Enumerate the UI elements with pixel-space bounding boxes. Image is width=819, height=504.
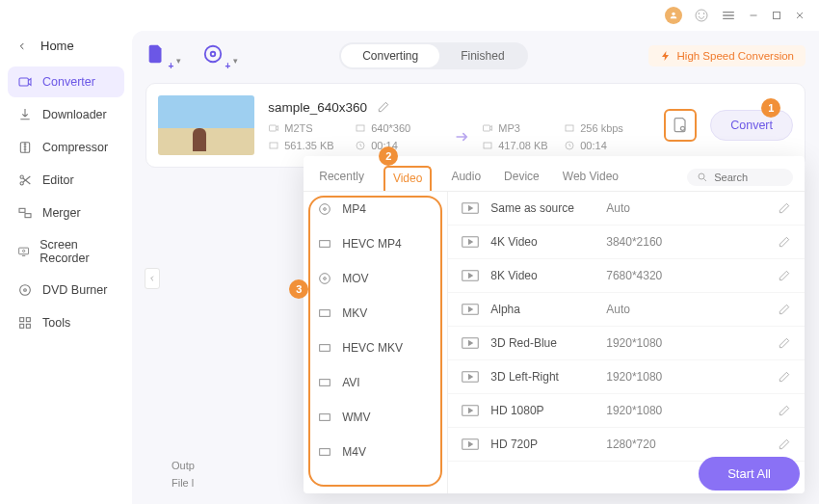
svg-rect-36 <box>320 380 330 386</box>
format-hevc-mkv[interactable]: HEVC MKV <box>304 331 447 365</box>
nav-compressor[interactable]: Compressor <box>8 132 124 163</box>
account-icon[interactable] <box>665 7 682 24</box>
edit-icon[interactable] <box>778 438 791 451</box>
nav-label: DVD Burner <box>42 283 107 297</box>
preset-list: Same as sourceAuto 4K Video3840*2160 8K … <box>448 192 805 493</box>
format-mov[interactable]: MOV <box>304 261 447 296</box>
disc-icon <box>17 282 33 298</box>
bitrate-icon <box>564 122 575 134</box>
plus-icon: + <box>168 61 173 71</box>
format-hevc-mp4[interactable]: HEVC MP4 <box>304 226 447 261</box>
nav-downloader[interactable]: Downloader <box>8 99 124 130</box>
dst-format: MP3 <box>498 122 520 134</box>
tab-video[interactable]: Video <box>383 166 432 191</box>
format-mkv[interactable]: MKV <box>304 296 447 331</box>
svg-rect-23 <box>270 143 277 148</box>
edit-icon[interactable] <box>778 201 791 215</box>
minimize-button[interactable] <box>748 10 759 21</box>
nav-editor[interactable]: Editor <box>8 165 124 196</box>
chevron-down-icon[interactable]: ▾ <box>176 56 181 66</box>
convert-button[interactable]: Convert <box>710 110 793 141</box>
svg-rect-37 <box>320 414 330 421</box>
start-all-button[interactable]: Start All <box>699 457 800 491</box>
svg-rect-16 <box>26 324 30 328</box>
svg-rect-7 <box>19 208 25 212</box>
top-toolbar: + ▾ + ▾ Converting Finished High Speed C… <box>145 42 806 69</box>
audio-icon <box>482 122 493 134</box>
tab-device[interactable]: Device <box>500 164 543 191</box>
high-speed-toggle[interactable]: High Speed Conversion <box>648 45 806 66</box>
size-icon <box>268 140 279 151</box>
nav-label: Merger <box>42 206 81 220</box>
home-label: Home <box>40 39 74 53</box>
edit-icon[interactable] <box>778 370 791 384</box>
edit-icon[interactable] <box>778 336 791 350</box>
sidebar-collapse[interactable] <box>145 268 160 289</box>
svg-rect-31 <box>320 241 330 248</box>
svg-point-28 <box>699 173 704 179</box>
clock-icon <box>355 140 366 151</box>
output-settings-button[interactable] <box>664 109 697 142</box>
nav-merger[interactable]: Merger <box>8 198 124 228</box>
preset-item[interactable]: 3D Red-Blue1920*1080 <box>448 327 805 360</box>
format-list: MP4 HEVC MP4 MOV MKV HEVC MKV AVI WMV M4… <box>304 192 448 493</box>
chevron-down-icon[interactable]: ▾ <box>233 56 238 66</box>
preset-item[interactable]: HD 1080P1920*1080 <box>448 394 805 428</box>
tab-converting[interactable]: Converting <box>341 44 439 67</box>
close-button[interactable] <box>794 10 806 21</box>
arrow-icon <box>443 127 482 146</box>
add-file-button[interactable]: + <box>145 43 171 68</box>
nav-label: Downloader <box>42 108 107 121</box>
format-mp4[interactable]: MP4 <box>304 192 447 226</box>
maximize-button[interactable] <box>771 10 782 21</box>
nav-converter[interactable]: Converter <box>8 66 124 97</box>
clock-icon <box>564 140 575 151</box>
svg-rect-2 <box>774 13 780 19</box>
nav-screen-recorder[interactable]: Screen Recorder <box>8 230 124 273</box>
svg-rect-15 <box>20 324 24 328</box>
svg-point-0 <box>672 13 674 15</box>
preset-item[interactable]: AlphaAuto <box>448 293 805 327</box>
tab-webvideo[interactable]: Web Video <box>559 164 622 191</box>
edit-icon[interactable] <box>778 269 791 282</box>
merger-icon <box>17 205 33 221</box>
tab-audio[interactable]: Audio <box>447 164 485 191</box>
sidebar: Home Converter Downloader Compressor Edi… <box>0 31 132 504</box>
svg-rect-19 <box>270 125 277 131</box>
search-input[interactable] <box>714 172 781 183</box>
file-info: sample_640x360 M2TS 640*360 MP3 256 kbps… <box>268 100 650 151</box>
svg-point-10 <box>23 250 25 252</box>
output-label: Outp <box>172 460 195 471</box>
svg-point-5 <box>20 175 23 178</box>
main-panel: + ▾ + ▾ Converting Finished High Speed C… <box>132 31 819 504</box>
support-icon[interactable] <box>694 8 709 23</box>
svg-rect-22 <box>566 125 573 131</box>
edit-icon[interactable] <box>778 235 791 249</box>
svg-rect-14 <box>26 318 30 322</box>
tab-recently[interactable]: Recently <box>315 164 368 191</box>
dst-size: 417.08 KB <box>498 140 547 151</box>
preset-item[interactable]: 4K Video3840*2160 <box>448 225 805 259</box>
file-card: sample_640x360 M2TS 640*360 MP3 256 kbps… <box>145 83 806 168</box>
format-wmv[interactable]: WMV <box>304 400 447 435</box>
nav-tools[interactable]: Tools <box>8 307 124 338</box>
status-tabs: Converting Finished <box>339 42 527 69</box>
nav-dvd-burner[interactable]: DVD Burner <box>8 275 124 305</box>
video-thumbnail[interactable] <box>158 95 254 155</box>
svg-point-6 <box>20 182 23 185</box>
back-home[interactable]: Home <box>8 31 124 61</box>
edit-icon[interactable] <box>778 303 791 316</box>
nav-list: Converter Downloader Compressor Editor M… <box>8 66 124 338</box>
format-m4v[interactable]: M4V <box>304 435 447 469</box>
add-disc-button[interactable]: + <box>202 43 227 68</box>
preset-item[interactable]: Same as sourceAuto <box>448 192 805 225</box>
preset-item[interactable]: 3D Left-Right1920*1080 <box>448 360 805 394</box>
svg-point-17 <box>205 46 222 63</box>
tab-finished[interactable]: Finished <box>439 44 525 67</box>
menu-icon[interactable] <box>721 8 736 23</box>
rename-icon[interactable] <box>377 100 390 114</box>
format-search[interactable] <box>687 169 793 186</box>
edit-icon[interactable] <box>778 404 791 417</box>
preset-item[interactable]: 8K Video7680*4320 <box>448 259 805 293</box>
format-avi[interactable]: AVI <box>304 365 447 400</box>
